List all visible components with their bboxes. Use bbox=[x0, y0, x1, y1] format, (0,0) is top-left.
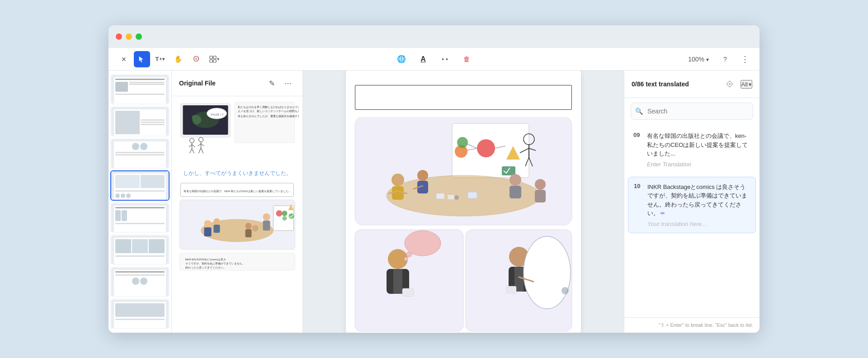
location-icon bbox=[726, 80, 733, 88]
sidebar-thumb-5[interactable] bbox=[110, 203, 170, 233]
file-panel-title: Original File bbox=[179, 80, 216, 87]
svg-rect-85 bbox=[468, 192, 477, 198]
sidebar-thumb-7[interactable] bbox=[110, 267, 170, 297]
svg-marker-0 bbox=[139, 57, 143, 62]
svg-point-75 bbox=[417, 170, 428, 181]
title-bar bbox=[108, 25, 760, 48]
pencil-icon: ✎ bbox=[269, 79, 275, 88]
comic-section-2: 有名な韓国の出版社との会議で、KEN-私たちのCEOは新しい提案を提案していまし… bbox=[175, 181, 299, 273]
maximize-button[interactable] bbox=[136, 33, 142, 40]
translation-list: 09 有名な韓国の出版社との会議で、ken-私たちのCEOは新しい提案を提案して… bbox=[624, 124, 760, 317]
more-button[interactable]: ⋮ bbox=[738, 52, 752, 66]
svg-point-44 bbox=[283, 216, 287, 221]
svg-text:何も知りませんでしたが、重要な連絡先を確保することができまし: 何も知りませんでしたが、重要な連絡先を確保することができました。 bbox=[238, 115, 299, 118]
close-icon bbox=[121, 55, 127, 63]
svg-rect-40 bbox=[263, 221, 270, 231]
font-button[interactable]: A bbox=[415, 51, 431, 67]
translation-item-10[interactable]: 10 INKR Backstageとcomics は良さそうですが、契約を結ぶ準… bbox=[628, 177, 756, 233]
search-input[interactable] bbox=[631, 103, 753, 120]
sidebar-thumbnails bbox=[108, 71, 172, 333]
svg-rect-36 bbox=[204, 227, 212, 236]
svg-text:有名な韓国の出版社との会議で、KEN-私たちのCEOは新しい: 有名な韓国の出版社との会議で、KEN-私たちのCEOは新しい提案を提案していまし… bbox=[184, 189, 291, 193]
footer-hint: "⇧ + Enter" to break line. "Esc" back to… bbox=[659, 322, 753, 328]
more-panel-icon: ⋯ bbox=[284, 79, 292, 88]
item-10-translation-placeholder[interactable]: Your translation here... bbox=[634, 221, 750, 227]
traffic-lights bbox=[116, 33, 142, 40]
hand-tool-button[interactable]: ✋ bbox=[170, 51, 186, 67]
text-icon: T + ▾ bbox=[156, 56, 165, 62]
resize-button[interactable] bbox=[437, 51, 453, 67]
svg-rect-90 bbox=[393, 269, 402, 294]
sidebar-thumb-8[interactable] bbox=[110, 299, 170, 329]
sidebar-thumb-1[interactable] bbox=[110, 74, 170, 104]
svg-point-35 bbox=[204, 220, 212, 227]
edit-panel-button[interactable]: ✎ bbox=[264, 76, 279, 90]
svg-rect-6 bbox=[210, 60, 212, 62]
toolbar: T + ▾ ✋ ▾ bbox=[108, 48, 760, 71]
sidebar-thumb-4[interactable] bbox=[110, 170, 170, 201]
main-content: Original File ✎ ⋯ bbox=[108, 71, 760, 333]
edit-pencil-icon[interactable]: ✏ bbox=[659, 210, 665, 217]
comic-illustration-1: それは言って 私たちはそれを早く理解しなければなりませんでした。私たちは世界中か… bbox=[175, 100, 299, 163]
canvas-comic-svg bbox=[353, 117, 574, 333]
translation-item-09[interactable]: 09 有名な韓国の出版社との会議で、ken-私たちのCEOは新しい提案を提案して… bbox=[628, 126, 756, 173]
svg-point-3 bbox=[195, 58, 197, 60]
minimize-button[interactable] bbox=[126, 33, 132, 40]
svg-rect-4 bbox=[210, 56, 212, 59]
svg-point-80 bbox=[535, 179, 546, 190]
item-10-num: 10 bbox=[634, 183, 644, 218]
svg-point-103 bbox=[561, 287, 569, 294]
svg-text:私たちはそれを早く理解しなければなりませんでした。私たちは世: 私たちはそれを早く理解しなければなりませんでした。私たちは世界中から bbox=[238, 106, 299, 109]
file-panel-header: Original File ✎ ⋯ bbox=[172, 71, 302, 96]
zoom-control[interactable]: 100% bbox=[684, 54, 712, 65]
translation-count-label: 0/86 text translated bbox=[632, 80, 689, 88]
svg-point-39 bbox=[263, 213, 270, 221]
sidebar-thumb-6[interactable] bbox=[110, 235, 170, 265]
canvas-content bbox=[346, 71, 581, 333]
canvas-text-box[interactable] bbox=[355, 85, 572, 110]
comic-caption-1: しかし、すべてがうまくいきませんでした。 bbox=[175, 169, 299, 177]
svg-point-46 bbox=[289, 213, 294, 219]
trash-button[interactable]: 🗑 bbox=[458, 51, 475, 67]
filter-all-button[interactable]: All bbox=[741, 80, 752, 89]
item-10-text: INKR Backstageとcomics は良さそうですが、契約を結ぶ準備はで… bbox=[647, 183, 750, 218]
item-09-text: 有名な韓国の出版社との会議で、ken-私たちのCEOは新しい提案を提案していまし… bbox=[647, 132, 750, 158]
tp-header: 0/86 text translated All bbox=[624, 71, 760, 98]
select-tool-button[interactable] bbox=[134, 51, 150, 67]
svg-point-42 bbox=[276, 210, 283, 217]
item-09-header: 09 有名な韓国の出版社との会議で、ken-私たちのCEOは新しい提案を提案して… bbox=[633, 132, 750, 158]
svg-point-34 bbox=[201, 219, 274, 242]
svg-point-94 bbox=[406, 252, 412, 257]
file-panel-content: それは言って 私たちはそれを早く理解しなければなりませんでした。私たちは世界中か… bbox=[172, 96, 302, 333]
more-panel-button[interactable]: ⋯ bbox=[281, 76, 295, 90]
svg-rect-82 bbox=[436, 193, 444, 199]
globe-icon: 🌐 bbox=[397, 55, 406, 63]
search-container: 🔍 bbox=[631, 103, 753, 120]
svg-point-84 bbox=[454, 195, 459, 200]
comment-tool-button[interactable] bbox=[188, 51, 204, 67]
text-tool-button[interactable]: T + ▾ bbox=[152, 51, 168, 67]
globe-button[interactable]: 🌐 bbox=[393, 51, 410, 67]
sidebar-thumb-2[interactable] bbox=[110, 106, 170, 137]
comment-icon bbox=[193, 56, 200, 63]
translation-panel: 0/86 text translated All bbox=[624, 71, 760, 333]
close-tool-button[interactable] bbox=[116, 51, 132, 67]
gps-icon-button[interactable] bbox=[722, 77, 737, 91]
search-icon: 🔍 bbox=[635, 108, 643, 115]
zoom-label: 100% bbox=[688, 56, 704, 63]
help-button[interactable]: ? bbox=[718, 52, 732, 66]
svg-rect-7 bbox=[213, 60, 216, 62]
item-09-num: 09 bbox=[633, 132, 643, 158]
svg-text:INKR BACKSTAGEとComicsは良さ: INKR BACKSTAGEとComicsは良さ bbox=[185, 258, 226, 261]
svg-point-56 bbox=[477, 139, 495, 157]
svg-point-43 bbox=[282, 211, 288, 216]
grid-tool-button[interactable]: ▾ bbox=[206, 51, 222, 67]
close-button[interactable] bbox=[116, 33, 122, 40]
svg-text:終わったら戻ってきてください。: 終わったら戻ってきてください。 bbox=[185, 266, 226, 269]
app-window: T + ▾ ✋ ▾ bbox=[108, 25, 760, 333]
svg-point-78 bbox=[509, 174, 521, 186]
file-panel: Original File ✎ ⋯ bbox=[172, 71, 303, 333]
svg-point-99 bbox=[524, 236, 571, 309]
help-icon: ? bbox=[723, 56, 727, 63]
sidebar-thumb-3[interactable] bbox=[110, 138, 170, 169]
